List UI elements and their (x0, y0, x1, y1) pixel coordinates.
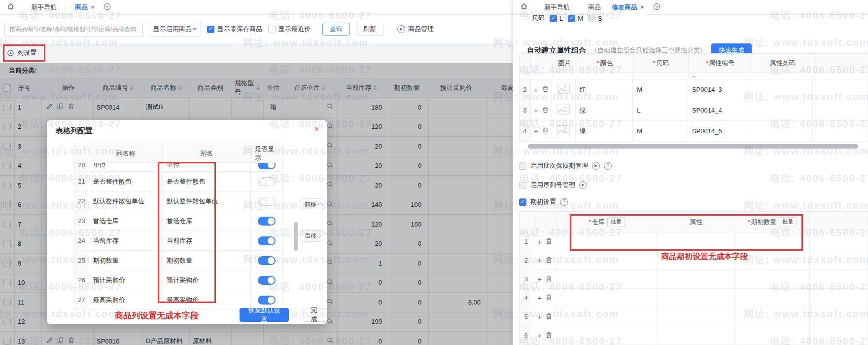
tab-close-icon[interactable]: × (640, 3, 644, 11)
help-circle-icon[interactable]: ? (604, 162, 612, 170)
checkbox-unchecked-icon[interactable] (268, 26, 276, 33)
play-circle-icon[interactable]: ▶ (592, 162, 600, 170)
visibility-toggle[interactable] (258, 177, 276, 186)
image-placeholder-icon[interactable] (557, 105, 570, 116)
visibility-toggle[interactable] (258, 276, 276, 285)
size-option-s[interactable]: S (588, 15, 602, 22)
attribute-cell[interactable] (658, 270, 735, 288)
warehouse-cell[interactable] (557, 326, 658, 345)
zero-stock-checkbox[interactable]: 显示零库存商品 (207, 25, 262, 34)
attr-code-cell[interactable]: SP0014_3 (688, 79, 752, 100)
warehouse-cell[interactable] (557, 251, 658, 269)
initial-qty-cell[interactable] (735, 232, 810, 251)
initial-qty-cell[interactable] (735, 289, 810, 307)
tabs-chevron-down-icon[interactable] (104, 3, 111, 12)
attr-code-cell[interactable]: SP0014_4 (688, 100, 752, 120)
attribute-cell[interactable] (658, 289, 735, 307)
move-up-button[interactable]: 前移 (300, 198, 326, 210)
add-row-icon[interactable]: + (534, 86, 538, 93)
attr-barcode-cell[interactable] (752, 79, 813, 100)
delete-row-icon[interactable] (546, 332, 552, 340)
warehouse-cell[interactable] (557, 289, 658, 307)
delete-row-icon[interactable] (546, 238, 552, 246)
horizontal-scrollbar[interactable] (528, 144, 858, 149)
delete-row-icon[interactable] (546, 257, 552, 265)
size-cell[interactable]: L (633, 100, 688, 120)
delete-row-icon[interactable] (542, 86, 549, 94)
scrollbar-thumb[interactable] (294, 222, 298, 251)
visibility-toggle[interactable] (258, 296, 276, 305)
initial-qty-cell[interactable] (735, 270, 810, 288)
done-button[interactable]: 完成 (302, 308, 326, 322)
visibility-toggle[interactable] (258, 197, 276, 206)
image-placeholder-icon[interactable] (557, 125, 570, 137)
initial-qty-cell[interactable] (735, 326, 810, 345)
add-row-icon[interactable]: + (538, 332, 542, 339)
add-row-icon[interactable]: + (534, 127, 538, 135)
checkbox-checked-icon[interactable] (207, 26, 214, 33)
column-settings-button[interactable]: 列设置 (7, 48, 36, 57)
delete-row-icon[interactable] (542, 127, 549, 135)
tab-close-icon[interactable]: × (91, 3, 95, 11)
initial-setup-checkbox[interactable] (519, 198, 526, 206)
restore-default-button[interactable]: 恢复默认设置 (240, 308, 289, 322)
color-cell[interactable]: 绿 (576, 100, 633, 120)
checkbox-checked-icon[interactable] (568, 15, 575, 22)
add-row-icon[interactable]: + (538, 257, 542, 264)
warehouse-cell[interactable] (557, 270, 658, 288)
delete-row-icon[interactable] (546, 313, 552, 321)
size-option-m[interactable]: M (568, 15, 583, 22)
attribute-cell[interactable] (658, 326, 735, 345)
visibility-toggle[interactable] (258, 256, 276, 265)
warehouse-cell[interactable] (557, 232, 658, 251)
qty-batch-button[interactable]: 批量 (779, 217, 797, 227)
attr-barcode-cell[interactable] (752, 100, 813, 120)
attribute-cell[interactable] (658, 232, 735, 251)
home-icon[interactable] (520, 2, 528, 12)
move-down-button[interactable]: 后移 (300, 230, 326, 242)
add-row-icon[interactable]: + (538, 238, 542, 245)
delete-row-icon[interactable] (542, 107, 549, 115)
size-cell[interactable]: M (633, 121, 688, 141)
color-cell[interactable]: 红 (576, 79, 633, 100)
checkbox-disabled-icon[interactable] (588, 15, 595, 22)
batch-expiry-checkbox[interactable] (519, 162, 526, 170)
play-circle-icon[interactable]: ▶ (579, 181, 587, 189)
image-placeholder-icon[interactable] (557, 84, 570, 95)
tab-newbie-nav[interactable]: 新手导航 (542, 0, 572, 14)
attribute-cell[interactable] (658, 307, 735, 326)
warehouse-batch-button[interactable]: 批量 (607, 217, 625, 227)
add-row-icon[interactable]: + (534, 107, 538, 114)
visibility-toggle[interactable] (258, 217, 276, 226)
color-cell[interactable]: 绿 (576, 121, 633, 141)
help-circle-icon[interactable]: ? (560, 198, 568, 206)
product-search-input[interactable] (4, 22, 143, 37)
tab-products[interactable]: 商品 (586, 0, 603, 14)
product-manage-button[interactable]: ▶ 商品管理 (397, 25, 434, 34)
visibility-toggle[interactable] (258, 163, 276, 169)
checkbox-checked-icon[interactable] (550, 15, 557, 22)
add-row-icon[interactable]: + (538, 313, 542, 320)
tab-products[interactable]: 商品 × (73, 0, 97, 14)
query-button[interactable]: 查询 (322, 23, 350, 36)
warehouse-cell[interactable] (557, 307, 658, 326)
delete-row-icon[interactable] (546, 275, 552, 283)
close-icon[interactable]: × (314, 125, 319, 134)
serial-number-checkbox[interactable] (519, 182, 526, 189)
refresh-button[interactable]: 刷新 (356, 23, 383, 36)
delete-row-icon[interactable] (546, 294, 552, 302)
recent-price-checkbox[interactable]: 显示最近价 (268, 25, 311, 34)
tabs-chevron-down-icon[interactable] (653, 3, 660, 12)
tab-edit-product[interactable]: 修改商品 × (610, 0, 646, 14)
product-filter-select[interactable]: 显示启用商品 (149, 22, 201, 37)
add-row-icon[interactable]: + (538, 294, 542, 302)
attr-code-cell[interactable]: SP0014_5 (688, 121, 752, 141)
size-cell[interactable]: M (633, 79, 688, 100)
size-option-l[interactable]: L (550, 15, 563, 22)
tab-newbie-nav[interactable]: 新手导航 (29, 0, 59, 14)
initial-qty-cell[interactable] (735, 307, 810, 326)
visibility-toggle[interactable] (258, 236, 276, 245)
attr-barcode-cell[interactable] (752, 121, 813, 141)
add-row-icon[interactable]: + (538, 275, 542, 283)
home-icon[interactable] (7, 2, 15, 12)
